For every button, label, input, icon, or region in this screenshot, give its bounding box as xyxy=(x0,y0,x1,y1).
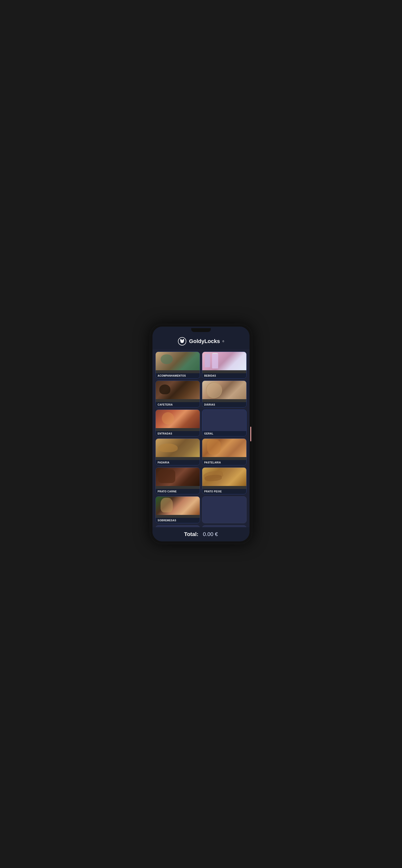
category-label-prato-carne: PRATO CARNE xyxy=(156,489,200,494)
category-image-acompanhamentos xyxy=(156,352,200,370)
notch xyxy=(191,328,211,332)
app-title: GoldyLocks xyxy=(189,338,220,344)
category-item-empty1 xyxy=(202,496,247,523)
category-label-sobremesas: SOBREMESAS xyxy=(156,518,200,523)
category-label-bebidas: BEBIDAS xyxy=(202,373,246,378)
category-label-pastelaria: PASTELARIA xyxy=(202,460,246,465)
category-item-empty3 xyxy=(202,525,247,527)
app-header: GoldyLocks ® xyxy=(152,334,250,349)
category-item-empty2 xyxy=(155,525,200,527)
category-label-entradas: ENTRADAS xyxy=(156,431,200,436)
phone-frame: GoldyLocks ® ACOMPANHAMENTOS BEBIDAS xyxy=(150,324,252,544)
category-item-sobremesas[interactable]: SOBREMESAS xyxy=(155,496,200,523)
total-label: Total: xyxy=(184,531,198,537)
category-image-cafeteria xyxy=(156,381,200,399)
category-item-entradas[interactable]: ENTRADAS xyxy=(155,409,200,436)
footer-total: Total: 0.00 € xyxy=(152,527,250,541)
category-label-cafeteria: CAFETERIA xyxy=(156,402,200,407)
category-image-pastelaria xyxy=(202,439,246,457)
category-image-prato-carne xyxy=(156,468,200,486)
category-item-acompanhamentos[interactable]: ACOMPANHAMENTOS xyxy=(155,351,200,379)
category-label-geral: GERAL xyxy=(202,431,246,436)
category-item-diarias[interactable]: DIÁRIAS xyxy=(202,380,247,407)
category-image-padaria xyxy=(156,439,200,457)
category-item-prato-carne[interactable]: PRATO CARNE xyxy=(155,467,200,494)
svg-point-2 xyxy=(183,339,184,341)
svg-point-1 xyxy=(180,339,182,341)
category-image-sobremesas xyxy=(156,497,200,515)
category-image-bebidas xyxy=(202,352,246,370)
category-item-padaria[interactable]: PADARIA xyxy=(155,438,200,465)
category-label-diarias: DIÁRIAS xyxy=(202,402,246,407)
category-item-pastelaria[interactable]: PASTELARIA xyxy=(202,438,247,465)
phone-screen: GoldyLocks ® ACOMPANHAMENTOS BEBIDAS xyxy=(152,327,250,541)
category-image-entradas xyxy=(156,410,200,428)
total-value: 0.00 € xyxy=(203,531,218,537)
scroll-indicator xyxy=(250,427,251,441)
category-item-prato-peixe[interactable]: PRATO PEIXE xyxy=(202,467,247,494)
app-logo-icon xyxy=(178,337,187,346)
category-label-padaria: PADARIA xyxy=(156,460,200,465)
category-label-acompanhamentos: ACOMPANHAMENTOS xyxy=(156,373,200,378)
category-image-prato-peixe xyxy=(202,468,246,486)
category-label-prato-peixe: PRATO PEIXE xyxy=(202,489,246,494)
registered-mark: ® xyxy=(222,340,224,343)
total-display: Total: 0.00 € xyxy=(184,531,218,537)
category-grid: ACOMPANHAMENTOS BEBIDAS CAFETERIA DIÁRIA… xyxy=(155,351,247,527)
category-grid-container[interactable]: ACOMPANHAMENTOS BEBIDAS CAFETERIA DIÁRIA… xyxy=(152,349,250,527)
logo-container: GoldyLocks ® xyxy=(178,337,224,346)
category-image-diarias xyxy=(202,381,246,399)
status-bar xyxy=(152,327,250,334)
category-item-cafeteria[interactable]: CAFETERIA xyxy=(155,380,200,407)
category-item-bebidas[interactable]: BEBIDAS xyxy=(202,351,247,379)
category-item-geral[interactable]: GERAL xyxy=(202,409,247,436)
